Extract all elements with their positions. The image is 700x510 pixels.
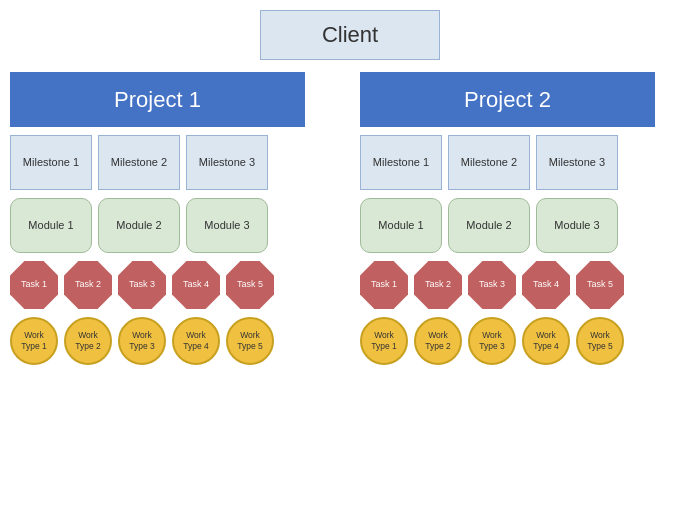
client-label: Client bbox=[322, 22, 378, 48]
task-2-2: Task 2 bbox=[414, 261, 462, 309]
milestone-1-2: Milestone 2 bbox=[98, 135, 180, 190]
milestone-2-2: Milestone 2 bbox=[448, 135, 530, 190]
task-1-4: Task 4 bbox=[172, 261, 220, 309]
milestone-1-1: Milestone 1 bbox=[10, 135, 92, 190]
module-2-2: Module 2 bbox=[448, 198, 530, 253]
project-2-col: Project 2 Milestone 1 Milestone 2 Milest… bbox=[360, 72, 670, 373]
project-1-tasks-row: Task 1 Task 2 Task 3 Task 4 Task 5 bbox=[10, 261, 274, 309]
project-2-tasks-row: Task 1 Task 2 Task 3 Task 4 Task 5 bbox=[360, 261, 624, 309]
worktype-1-3: Work Type 3 bbox=[118, 317, 166, 365]
task-2-1: Task 1 bbox=[360, 261, 408, 309]
milestone-2-3: Milestone 3 bbox=[536, 135, 618, 190]
worktype-2-1: Work Type 1 bbox=[360, 317, 408, 365]
project-2-worktypes-row: Work Type 1 Work Type 2 Work Type 3 Work… bbox=[360, 317, 624, 365]
milestone-1-3: Milestone 3 bbox=[186, 135, 268, 190]
client-box: Client bbox=[260, 10, 440, 60]
diagram: Client Project 1 Milestone 1 Milestone 2… bbox=[0, 0, 700, 510]
module-1-1: Module 1 bbox=[10, 198, 92, 253]
module-2-1: Module 1 bbox=[360, 198, 442, 253]
worktype-1-5: Work Type 5 bbox=[226, 317, 274, 365]
module-1-3: Module 3 bbox=[186, 198, 268, 253]
worktype-1-1: Work Type 1 bbox=[10, 317, 58, 365]
module-2-3: Module 3 bbox=[536, 198, 618, 253]
project-1-modules-row: Module 1 Module 2 Module 3 bbox=[10, 198, 268, 253]
task-2-4: Task 4 bbox=[522, 261, 570, 309]
worktype-1-4: Work Type 4 bbox=[172, 317, 220, 365]
project-2-box: Project 2 bbox=[360, 72, 655, 127]
worktype-2-3: Work Type 3 bbox=[468, 317, 516, 365]
task-2-3: Task 3 bbox=[468, 261, 516, 309]
worktype-2-4: Work Type 4 bbox=[522, 317, 570, 365]
milestone-2-1: Milestone 1 bbox=[360, 135, 442, 190]
project-1-col: Project 1 Milestone 1 Milestone 2 Milest… bbox=[10, 72, 320, 373]
projects-row: Project 1 Milestone 1 Milestone 2 Milest… bbox=[10, 72, 690, 373]
task-1-5: Task 5 bbox=[226, 261, 274, 309]
project-2-modules-row: Module 1 Module 2 Module 3 bbox=[360, 198, 618, 253]
project-2-milestones-row: Milestone 1 Milestone 2 Milestone 3 bbox=[360, 135, 618, 190]
task-1-1: Task 1 bbox=[10, 261, 58, 309]
worktype-2-5: Work Type 5 bbox=[576, 317, 624, 365]
worktype-2-2: Work Type 2 bbox=[414, 317, 462, 365]
module-1-2: Module 2 bbox=[98, 198, 180, 253]
project-2-label: Project 2 bbox=[464, 87, 551, 113]
task-1-2: Task 2 bbox=[64, 261, 112, 309]
project-1-milestones-row: Milestone 1 Milestone 2 Milestone 3 bbox=[10, 135, 268, 190]
project-1-label: Project 1 bbox=[114, 87, 201, 113]
task-1-3: Task 3 bbox=[118, 261, 166, 309]
project-1-worktypes-row: Work Type 1 Work Type 2 Work Type 3 Work… bbox=[10, 317, 274, 365]
project-1-box: Project 1 bbox=[10, 72, 305, 127]
task-2-5: Task 5 bbox=[576, 261, 624, 309]
worktype-1-2: Work Type 2 bbox=[64, 317, 112, 365]
